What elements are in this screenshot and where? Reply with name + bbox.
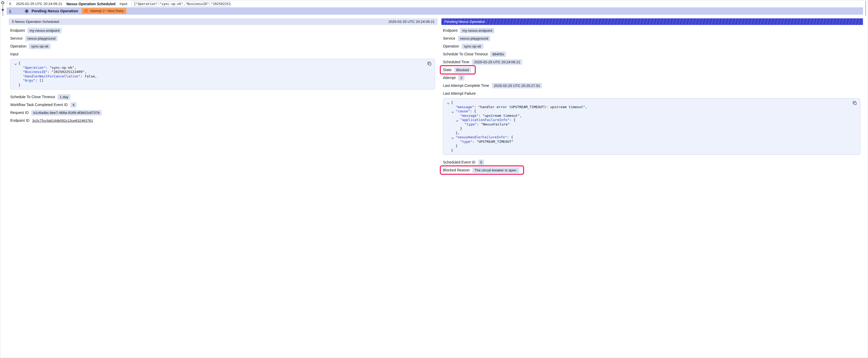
json-line: "Args": [] — [10, 78, 423, 83]
scrollbar-dots[interactable] — [865, 1, 866, 15]
field-row-blocked-reason: Blocked ReasonThe circuit breaker is ope… — [443, 166, 863, 174]
pending-operation-row[interactable]: 5 Pending Nexus Operation Attempt 2 • Ne… — [6, 7, 863, 15]
field-label-state: State — [443, 68, 452, 72]
pending-event-id[interactable]: 5 — [9, 9, 12, 13]
field-row-scheduled-time: Scheduled Time2025-02-25 UTC 20:24:09.21 — [443, 58, 863, 66]
chevron-down-icon[interactable] — [451, 110, 454, 112]
field-value-schedule-to-close-timeout: 86400s — [490, 52, 506, 57]
field-value-operation: sync-op-ok — [462, 43, 483, 49]
failure-json-viewer: {"message": "handler error (UPSTREAM_TIM… — [443, 98, 860, 155]
copy-icon — [427, 61, 432, 66]
copy-button[interactable] — [427, 61, 432, 66]
field-row-service: Servicenexus-playground — [443, 34, 863, 42]
field-value-endpoint-id[interactable]: 3c0c75ccfa8144b092c13ce632463761 — [32, 119, 93, 123]
input-json-viewer: {"Operation": "sync-op-ok","BusinessID":… — [10, 59, 435, 90]
input-preview-box[interactable]: {"Operation":"sync-op-ok","BusinessID":"… — [131, 1, 231, 6]
json-line: "applicationFailureInfo": { — [443, 118, 848, 122]
scheduled-event-panel-body: Endpointmy-nexus-endpointServicenexus-pl… — [9, 25, 438, 124]
field-value-last-attempt-complete-time: 2025-02-25 UTC 20:25:27.51 — [492, 83, 542, 89]
field-row-state: StateBlocked — [443, 66, 863, 74]
field-value-operation: sync-op-ok — [29, 43, 51, 49]
timeline-start-icon — [1, 1, 4, 4]
json-line: "Operation": "sync-op-ok", — [10, 66, 423, 70]
field-row-operation: Operationsync-op-ok — [10, 42, 438, 50]
field-label-service: Service — [443, 36, 455, 40]
field-value-endpoint: my-nexus-endpoint — [27, 28, 62, 33]
workflow-event-history-page: 5 2025-02-25 UTC 20:24:09.21 Nexus Opera… — [0, 0, 868, 358]
event-timestamp: 2025-02-25 UTC 20:24:09.21 — [16, 2, 62, 6]
asterisk-pending-icon — [25, 9, 29, 13]
json-line: } — [443, 127, 848, 131]
copy-icon — [852, 100, 857, 105]
field-value-blocked-reason: The circuit breaker is open. — [472, 167, 519, 173]
field-row-scheduled-event-id: Scheduled Event ID5 — [443, 158, 863, 166]
json-line: } — [443, 148, 848, 153]
field-label-scheduled-event-id: Scheduled Event ID — [443, 160, 475, 164]
field-value-service: nexus-playground — [25, 36, 58, 41]
field-row-workflow-task-completed-event-id: Workflow Task Completed Event ID4 — [10, 101, 438, 109]
retry-attempt-badge[interactable]: Attempt 2 • Next Retry — [82, 8, 126, 14]
field-row-attempt: Attempt2 — [443, 74, 863, 82]
scheduled-panel-title: 5 Nexus Operation Scheduled — [12, 20, 59, 24]
retry-icon — [84, 9, 88, 13]
timeline-rail — [0, 0, 6, 32]
pending-operation-title: Pending Nexus Operation — [32, 9, 78, 13]
field-label-endpoint: Endpoint — [443, 28, 457, 33]
field-row-endpoint: Endpointmy-nexus-endpoint — [443, 27, 863, 34]
field-value-attempt: 2 — [458, 75, 464, 80]
field-label-schedule-to-close-timeout: Schedule To Close Timeout — [10, 95, 55, 99]
input-label: Input — [120, 2, 127, 6]
event-detail-panels: 5 Nexus Operation Scheduled 2025-02-25 U… — [9, 19, 863, 174]
field-label-last-attempt-complete-time: Last Attempt Complete Time — [443, 84, 489, 88]
json-line: "HandlerWaitForCancellation": false, — [10, 74, 423, 79]
field-row-schedule-to-close-timeout: Schedule To Close Timeout86400s — [443, 50, 863, 58]
json-line: "type": "NexusFailure" — [443, 122, 848, 127]
field-label-workflow-task-completed-event-id: Workflow Task Completed Event ID — [10, 103, 68, 107]
event-summary-row[interactable]: 5 2025-02-25 UTC 20:24:09.21 Nexus Opera… — [6, 0, 868, 7]
chevron-down-icon[interactable] — [14, 62, 17, 65]
field-label-endpoint-id: Endpoint ID — [10, 118, 29, 123]
field-value-scheduled-event-id: 5 — [478, 160, 485, 165]
field-value-service: nexus-playground — [458, 36, 490, 41]
field-value-schedule-to-close-timeout: 1 day — [58, 94, 70, 100]
field-label-service: Service — [10, 36, 23, 40]
json-line: "cause": { — [443, 109, 848, 113]
field-label-scheduled-time: Scheduled Time — [443, 60, 469, 64]
failure-section-label: Last Attempt Failure — [443, 90, 863, 97]
json-line: "nexusHandlerFailureInfo": { — [443, 135, 848, 140]
pending-operation-panel-body: Endpointmy-nexus-endpointServicenexus-pl… — [441, 25, 863, 174]
field-label-schedule-to-close-timeout: Schedule To Close Timeout — [443, 52, 488, 56]
scheduled-event-panel: 5 Nexus Operation Scheduled 2025-02-25 U… — [9, 19, 438, 124]
field-row-last-attempt-complete-time: Last Attempt Complete Time2025-02-25 UTC… — [443, 82, 863, 90]
field-row-service: Servicenexus-playground — [10, 34, 438, 42]
pending-operation-panel-header: Pending Nexus Operation — [441, 19, 863, 25]
json-line: } — [10, 83, 423, 88]
field-label-attempt: Attempt — [443, 75, 456, 80]
chevron-down-icon[interactable] — [456, 119, 459, 121]
field-label-blocked-reason: Blocked Reason — [443, 168, 470, 172]
field-value-workflow-task-completed-event-id: 4 — [70, 102, 77, 108]
json-line: "BusinessID": "20250225122409", — [10, 70, 423, 74]
chevron-down-icon[interactable] — [451, 136, 454, 138]
field-label-operation: Operation — [443, 44, 459, 48]
scheduled-event-panel-header: 5 Nexus Operation Scheduled 2025-02-25 U… — [9, 19, 438, 25]
timeline-event-dot-icon — [2, 9, 4, 11]
field-row-endpoint: Endpointmy-nexus-endpoint — [10, 27, 438, 34]
json-line: }, — [443, 131, 848, 135]
field-row-schedule-to-close-timeout: Schedule To Close Timeout1 day — [10, 93, 438, 101]
copy-button[interactable] — [852, 100, 857, 105]
retry-attempt-label: Attempt 2 • Next Retry — [90, 9, 124, 13]
event-title: Nexus Operation Scheduled — [66, 2, 116, 6]
field-label-endpoint: Endpoint — [10, 28, 25, 33]
field-row-request-id: Request IDb1c6a4bc-8ee7-468a-9169-df3b02… — [10, 109, 438, 117]
field-label-request-id: Request ID — [10, 110, 29, 115]
field-value-endpoint: my-nexus-endpoint — [460, 28, 494, 33]
field-row-operation: Operationsync-op-ok — [443, 42, 863, 50]
annotation-highlight-state: StateBlocked — [440, 65, 476, 74]
event-id[interactable]: 5 — [9, 2, 12, 6]
json-line: "message": "handler error (UPSTREAM_TIME… — [443, 105, 848, 109]
pending-panel-title: Pending Nexus Operation — [444, 20, 485, 24]
chevron-down-icon[interactable] — [447, 101, 450, 104]
field-value-state: Blocked — [454, 67, 471, 73]
pending-operation-panel: Pending Nexus Operation Endpointmy-nexus… — [441, 19, 863, 174]
